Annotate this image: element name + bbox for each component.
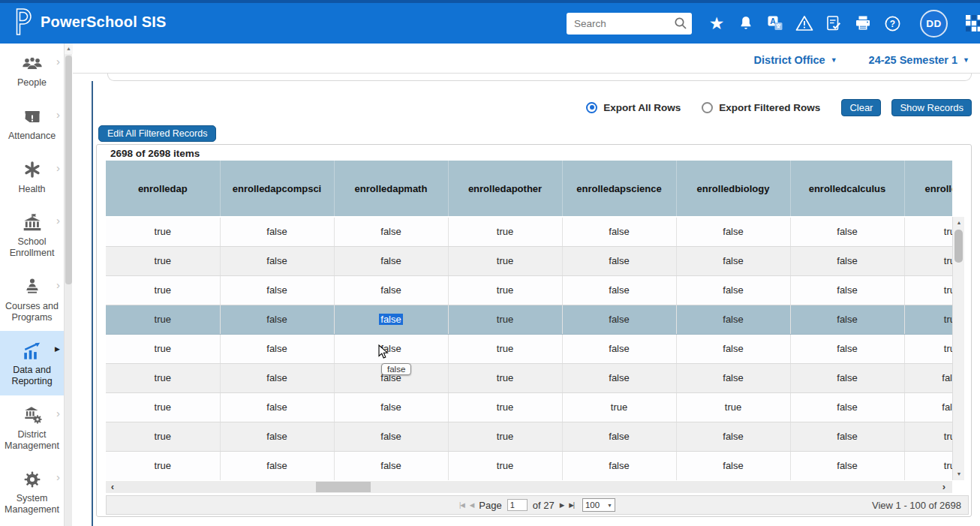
search-icon[interactable] [674, 17, 687, 33]
table-cell[interactable]: true [904, 334, 952, 363]
scroll-up-arrow-icon[interactable]: ▲ [65, 44, 73, 54]
table-cell[interactable]: false [790, 392, 904, 422]
app-switcher-grid-icon[interactable] [965, 14, 980, 32]
sidebar-scrollbar-thumb[interactable] [65, 56, 72, 284]
table-cell[interactable]: false [790, 305, 904, 334]
sidebar-item-district-management[interactable]: › District Management [0, 395, 64, 460]
table-cell[interactable]: false [334, 246, 448, 275]
translation-icon[interactable]: A [766, 14, 784, 32]
table-cell[interactable]: false [334, 392, 448, 422]
table-cell[interactable]: false [220, 392, 334, 422]
table-cell[interactable]: false [220, 275, 334, 305]
scroll-up-arrow-icon[interactable]: ▲ [953, 218, 965, 228]
vertical-scrollbar-thumb[interactable] [954, 230, 963, 263]
table-cell[interactable]: false [676, 217, 790, 246]
clear-button[interactable]: Clear [841, 99, 881, 116]
table-cell[interactable]: false [676, 275, 790, 305]
sidebar-item-courses-and-programs[interactable]: › Courses and Programs [0, 267, 64, 332]
table-cell[interactable]: true [448, 217, 562, 246]
table-cell[interactable]: false [562, 305, 676, 334]
user-avatar[interactable]: DD [920, 10, 948, 38]
table-cell[interactable]: false [562, 363, 676, 392]
table-cell[interactable]: false [334, 451, 448, 480]
table-cell[interactable]: false [790, 451, 904, 480]
first-page-button[interactable]: |◀ [459, 501, 464, 509]
table-cell[interactable]: false [562, 422, 676, 451]
table-cell[interactable]: true [904, 217, 952, 246]
show-records-button[interactable]: Show Records [891, 99, 972, 116]
table-cell[interactable]: false [334, 305, 448, 334]
table-cell[interactable]: false [334, 334, 448, 363]
notifications-bell-icon[interactable] [737, 14, 755, 32]
page-size-select[interactable]: 100 ▼ [582, 498, 615, 512]
scroll-left-arrow-icon[interactable]: ‹ [106, 481, 119, 493]
help-icon[interactable]: ? [883, 14, 901, 32]
sidebar-item-data-and-reporting[interactable]: ▶ Data and Reporting [0, 331, 64, 395]
table-cell[interactable]: true [448, 451, 562, 480]
table-cell[interactable]: true [904, 305, 952, 334]
table-cell[interactable]: false [334, 422, 448, 451]
table-cell[interactable]: true [448, 363, 562, 392]
column-header[interactable]: enrolledche [904, 161, 952, 217]
table-cell[interactable]: true [448, 392, 562, 422]
export-filtered-rows-radio[interactable]: Export Filtered Rows [702, 102, 820, 113]
horizontal-scrollbar-thumb[interactable] [316, 482, 371, 492]
next-page-button[interactable]: ▶ [560, 501, 564, 509]
table-cell[interactable]: false [790, 246, 904, 275]
table-cell[interactable]: true [448, 334, 562, 363]
table-cell[interactable]: false [220, 217, 334, 246]
table-cell[interactable]: false [790, 363, 904, 392]
table-cell[interactable]: true [448, 246, 562, 275]
table-cell[interactable]: true [904, 422, 952, 451]
favorites-star-icon[interactable]: ★ [708, 14, 726, 32]
sidebar-item-people[interactable]: › People [0, 44, 64, 97]
table-cell[interactable]: false [676, 334, 790, 363]
table-cell[interactable]: true [448, 275, 562, 305]
scroll-right-arrow-icon[interactable]: › [937, 481, 951, 493]
sidebar-item-system-management[interactable]: › System Management [0, 459, 64, 524]
brand-area[interactable]: PowerSchool SIS [0, 8, 166, 36]
table-cell[interactable]: false [676, 305, 790, 334]
table-cell[interactable]: false [220, 363, 334, 392]
table-cell[interactable]: true [904, 246, 952, 275]
previous-page-button[interactable]: ◀ [470, 501, 474, 509]
table-cell[interactable]: false [220, 305, 334, 334]
table-vertical-scrollbar[interactable]: ▲ ▼ [952, 217, 964, 480]
print-icon[interactable] [854, 14, 872, 32]
column-header[interactable]: enrolledcalculus [790, 161, 904, 217]
table-cell[interactable]: false [676, 246, 790, 275]
last-page-button[interactable]: ▶| [569, 501, 574, 509]
column-header[interactable]: enrolledap [106, 161, 220, 217]
table-cell[interactable]: false [220, 451, 334, 480]
page-number-input[interactable] [507, 499, 528, 511]
table-cell[interactable]: false [562, 246, 676, 275]
table-cell[interactable]: false [562, 275, 676, 305]
table-cell[interactable]: true [106, 363, 220, 392]
table-cell[interactable]: false [562, 451, 676, 480]
table-cell[interactable]: false [904, 363, 952, 392]
sidebar-item-attendance[interactable]: › Attendance [0, 97, 64, 150]
column-header[interactable]: enrolledapother [448, 161, 562, 217]
table-cell[interactable]: true [106, 217, 220, 246]
table-cell[interactable]: true [106, 422, 220, 451]
table-cell[interactable]: true [448, 305, 562, 334]
table-cell[interactable]: false [676, 363, 790, 392]
sidebar-scrollbar[interactable]: ▲ [64, 44, 72, 526]
table-horizontal-scrollbar[interactable]: ‹ › [106, 481, 952, 493]
table-cell[interactable]: true [106, 334, 220, 363]
table-cell[interactable]: false [562, 334, 676, 363]
table-cell[interactable]: true [106, 246, 220, 275]
table-cell[interactable]: false [790, 275, 904, 305]
export-all-rows-radio[interactable]: Export All Rows [586, 102, 681, 113]
sidebar-item-health[interactable]: › Health [0, 150, 64, 203]
table-cell[interactable]: false [676, 451, 790, 480]
system-alerts-warning-icon[interactable] [795, 14, 813, 32]
table-cell[interactable]: true [106, 392, 220, 422]
table-cell[interactable]: true [106, 275, 220, 305]
table-cell[interactable]: false [904, 392, 952, 422]
table-cell[interactable]: true [448, 422, 562, 451]
column-header[interactable]: enrolledapmath [334, 161, 448, 217]
school-selector[interactable]: District Office ▼ [754, 54, 837, 66]
table-cell[interactable]: true [676, 392, 790, 422]
table-cell[interactable]: false [220, 246, 334, 275]
